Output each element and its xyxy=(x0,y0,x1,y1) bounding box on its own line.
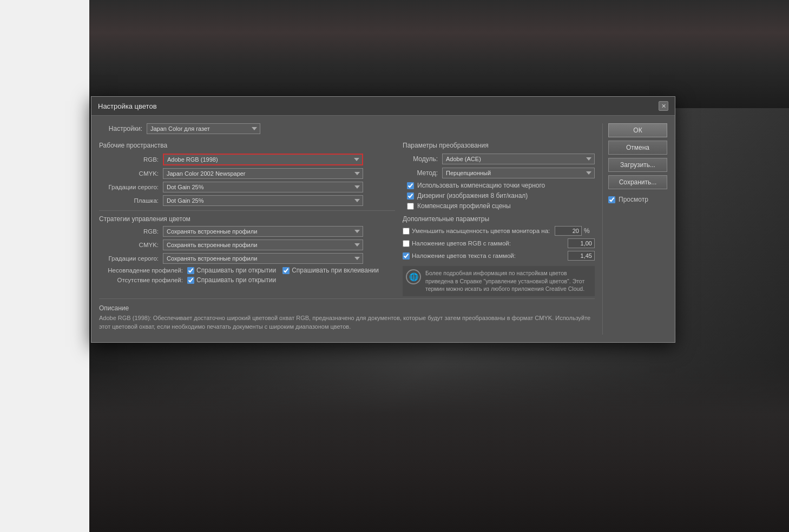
globe-icon: 🌐 xyxy=(406,269,421,284)
gray-select[interactable]: Dot Gain 25% xyxy=(163,182,363,192)
settings-row: Настройки: Japan Color для газет xyxy=(99,123,595,134)
dither-text: Дизеринг (изображения 8 бит/канал) xyxy=(417,192,528,200)
ask-paste-checkbox[interactable] xyxy=(282,267,290,274)
strategy-section: Стратегии управления цветом RGB: Сохраня… xyxy=(99,215,395,284)
cancel-button[interactable]: Отмена xyxy=(608,141,667,155)
close-button[interactable]: ✕ xyxy=(659,101,668,111)
blend-rgb-text: Наложение цветов RGB с гаммой: xyxy=(410,240,568,247)
strategy-rgb-select[interactable]: Сохранять встроенные профили xyxy=(163,226,363,237)
gray-label: Градации серого: xyxy=(99,184,159,190)
separator1 xyxy=(99,210,395,211)
ask-paste-text: Спрашивать при вклеивании xyxy=(292,267,379,274)
dialog-title: Настройка цветов xyxy=(98,102,157,110)
profile-mismatch-checkboxes: Спрашивать при открытии Спрашивать при в… xyxy=(187,267,379,274)
strategy-cmyk-row: CMYK: Сохранять встроенные профили xyxy=(99,240,395,250)
dialog-body: Настройки: Japan Color для газет Рабочие… xyxy=(91,116,675,342)
strategy-cmyk-label: CMYK: xyxy=(99,242,159,248)
blend-rgb-row: Наложение цветов RGB с гаммой: xyxy=(403,238,595,248)
saturation-text: Уменьшить насыщенность цветов монитора н… xyxy=(410,228,555,234)
strategy-rgb-label: RGB: xyxy=(99,228,159,235)
dither-checkbox[interactable] xyxy=(407,192,414,200)
description-title: Описание xyxy=(99,304,595,312)
color-settings-dialog: Настройка цветов ✕ Настройки: Japan Colo… xyxy=(91,96,675,343)
missing-profile-label: Отсутствие профилей: xyxy=(99,277,183,283)
engine-label: Модуль: xyxy=(403,155,438,163)
save-button[interactable]: Сохранить... xyxy=(608,175,667,189)
black-point-checkbox[interactable] xyxy=(407,182,414,189)
rgb-row: RGB: Adobe RGB (1998) xyxy=(99,154,395,165)
preview-checkbox[interactable] xyxy=(608,196,615,203)
info-text: Более подробная информация по настройкам… xyxy=(425,269,591,293)
saturation-unit: % xyxy=(584,227,595,235)
conversion-title: Параметры преобразования xyxy=(403,142,595,149)
blend-text-checkbox-label[interactable] xyxy=(403,252,410,260)
workspace-title: Рабочие пространства xyxy=(99,142,395,149)
description-text: Adobe RGB (1998): Обеспечивает достаточн… xyxy=(99,314,595,331)
rgb-select-wrapper: Adobe RGB (1998) xyxy=(163,154,363,165)
scene-text: Компенсация профилей сцены xyxy=(417,202,511,210)
info-box: 🌐 Более подробная информация по настройк… xyxy=(403,266,595,296)
blend-text-label: Наложение цветов текста с гаммой: xyxy=(410,252,568,259)
right-sidebar: ОК Отмена Загрузить... Сохранить... Прос… xyxy=(602,123,667,335)
method-select[interactable]: Перцепционный xyxy=(442,168,595,178)
left-column: Рабочие пространства RGB: Adobe RGB (199… xyxy=(99,139,395,296)
scene-option[interactable]: Компенсация профилей сцены xyxy=(403,202,595,210)
black-point-text: Использовать компенсацию точки черного xyxy=(417,182,545,189)
engine-select[interactable]: Adobe (ACE) xyxy=(442,154,595,164)
black-point-option[interactable]: Использовать компенсацию точки черного xyxy=(403,182,595,189)
main-content: Настройки: Japan Color для газет Рабочие… xyxy=(99,123,602,335)
rgb-select[interactable]: Adobe RGB (1998) xyxy=(163,154,363,165)
strategy-cmyk-select[interactable]: Сохранять встроенные профили xyxy=(163,240,363,250)
blend-rgb-checkbox-label[interactable] xyxy=(403,240,410,247)
dialog-overlay: Настройка цветов ✕ Настройки: Japan Colo… xyxy=(0,0,789,532)
cmyk-select[interactable]: Japan Color 2002 Newspaper xyxy=(163,168,363,179)
description-section: Описание Adobe RGB (1998): Обеспечивает … xyxy=(99,298,595,335)
ask-missing-open-label[interactable]: Спрашивать при открытии xyxy=(187,276,276,284)
settings-select[interactable]: Japan Color для газет xyxy=(147,123,260,134)
method-label: Метод: xyxy=(403,169,438,177)
ask-paste-label[interactable]: Спрашивать при вклеивании xyxy=(282,267,379,274)
saturation-checkbox[interactable] xyxy=(403,228,410,235)
blend-rgb-checkbox[interactable] xyxy=(403,240,410,247)
saturation-row: Уменьшить насыщенность цветов монитора н… xyxy=(403,226,595,236)
blend-text-row: Наложение цветов текста с гаммой: xyxy=(403,251,595,261)
right-column: Параметры преобразования Модуль: Adobe (… xyxy=(403,139,595,296)
ask-open-label[interactable]: Спрашивать при открытии xyxy=(187,267,276,274)
preview-row: Просмотр xyxy=(608,196,667,203)
gray-row: Градации серого: Dot Gain 25% xyxy=(99,182,395,192)
method-row: Метод: Перцепционный xyxy=(403,168,595,178)
dialog-titlebar: Настройка цветов ✕ xyxy=(91,97,675,116)
strategy-rgb-row: RGB: Сохранять встроенные профили xyxy=(99,226,395,237)
extra-section: Дополнительные параметры Уменьшить насыщ… xyxy=(403,215,595,261)
saturation-label[interactable] xyxy=(403,228,410,235)
ask-missing-open-checkbox[interactable] xyxy=(187,277,194,284)
missing-profile-checkboxes: Спрашивать при открытии xyxy=(187,276,276,284)
strategy-gray-row: Градации серого: Сохранять встроенные пр… xyxy=(99,253,395,264)
dither-option[interactable]: Дизеринг (изображения 8 бит/канал) xyxy=(403,192,595,200)
profile-mismatch-label: Несовпадение профилей: xyxy=(99,267,183,274)
cmyk-row: CMYK: Japan Color 2002 Newspaper xyxy=(99,168,395,179)
engine-row: Модуль: Adobe (ACE) xyxy=(403,154,595,164)
blend-text-input[interactable] xyxy=(568,251,595,261)
strategy-gray-label: Градации серого: xyxy=(99,255,159,262)
blend-text-checkbox[interactable] xyxy=(403,252,410,260)
missing-profile-row: Отсутствие профилей: Спрашивать при откр… xyxy=(99,276,395,284)
extra-title: Дополнительные параметры xyxy=(403,215,595,223)
rgb-label: RGB: xyxy=(99,156,159,163)
spot-row: Плашка: Dot Gain 25% xyxy=(99,195,395,206)
scene-checkbox[interactable] xyxy=(407,203,414,210)
spot-select[interactable]: Dot Gain 25% xyxy=(163,195,363,206)
saturation-input[interactable] xyxy=(555,226,582,236)
spot-label: Плашка: xyxy=(99,197,159,204)
ok-button[interactable]: ОК xyxy=(608,123,667,137)
two-column-layout: Рабочие пространства RGB: Adobe RGB (199… xyxy=(99,139,595,296)
strategy-gray-select[interactable]: Сохранять встроенные профили xyxy=(163,253,363,264)
blend-rgb-input[interactable] xyxy=(568,238,595,248)
ask-missing-open-text: Спрашивать при открытии xyxy=(196,276,276,284)
ask-open-checkbox[interactable] xyxy=(187,267,194,274)
load-button[interactable]: Загрузить... xyxy=(608,158,667,172)
ask-open-text: Спрашивать при открытии xyxy=(196,267,276,274)
cmyk-label: CMYK: xyxy=(99,170,159,177)
workspace-section: Рабочие пространства RGB: Adobe RGB (199… xyxy=(99,142,395,206)
settings-label: Настройки: xyxy=(99,125,142,132)
